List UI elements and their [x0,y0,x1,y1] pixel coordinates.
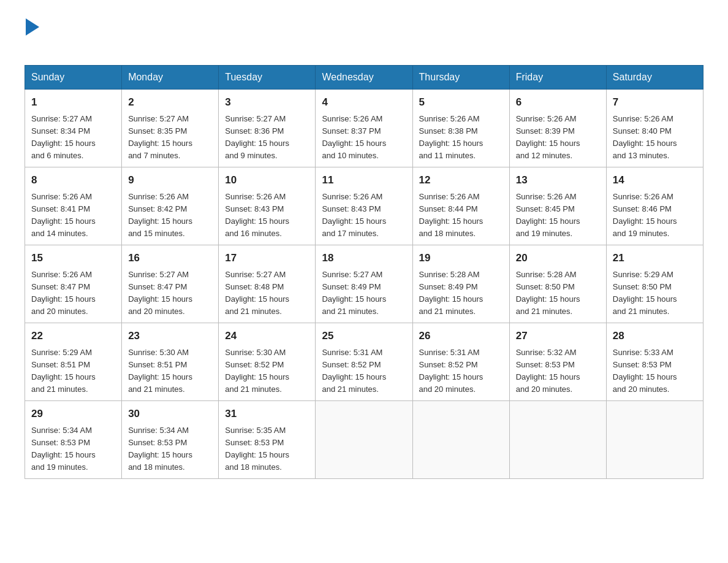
day-number: 3 [225,94,309,110]
day-info: Sunrise: 5:26 AMSunset: 8:43 PMDaylight:… [322,191,406,240]
day-info: Sunrise: 5:29 AMSunset: 8:51 PMDaylight:… [31,347,115,396]
day-number: 4 [322,94,406,110]
day-number: 7 [613,94,697,110]
calendar-cell: 16Sunrise: 5:27 AMSunset: 8:47 PMDayligh… [122,245,219,323]
calendar-cell: 20Sunrise: 5:28 AMSunset: 8:50 PMDayligh… [509,245,606,323]
day-info: Sunrise: 5:26 AMSunset: 8:43 PMDaylight:… [225,191,309,240]
calendar-header-row: SundayMondayTuesdayWednesdayThursdayFrid… [25,66,703,90]
day-number: 10 [225,172,309,188]
calendar-cell: 10Sunrise: 5:26 AMSunset: 8:43 PMDayligh… [219,167,316,245]
header-monday: Monday [122,66,219,90]
calendar-cell: 30Sunrise: 5:34 AMSunset: 8:53 PMDayligh… [122,401,219,479]
day-info: Sunrise: 5:26 AMSunset: 8:46 PMDaylight:… [613,191,697,240]
day-info: Sunrise: 5:26 AMSunset: 8:42 PMDaylight:… [128,191,212,240]
calendar-cell: 19Sunrise: 5:28 AMSunset: 8:49 PMDayligh… [412,245,509,323]
calendar-cell: 5Sunrise: 5:26 AMSunset: 8:38 PMDaylight… [412,90,509,167]
day-number: 17 [225,250,309,266]
day-info: Sunrise: 5:26 AMSunset: 8:37 PMDaylight:… [322,113,406,163]
logo [25,18,39,53]
calendar-cell: 18Sunrise: 5:27 AMSunset: 8:49 PMDayligh… [316,245,412,323]
calendar-cell: 8Sunrise: 5:26 AMSunset: 8:41 PMDaylight… [25,167,122,245]
day-info: Sunrise: 5:26 AMSunset: 8:44 PMDaylight:… [419,191,503,240]
calendar-cell: 13Sunrise: 5:26 AMSunset: 8:45 PMDayligh… [509,167,606,245]
day-info: Sunrise: 5:26 AMSunset: 8:40 PMDaylight:… [613,113,697,163]
calendar-cell: 11Sunrise: 5:26 AMSunset: 8:43 PMDayligh… [316,167,412,245]
day-number: 30 [128,406,212,422]
calendar-week-row: 8Sunrise: 5:26 AMSunset: 8:41 PMDaylight… [25,167,703,245]
day-number: 9 [128,172,212,188]
day-info: Sunrise: 5:26 AMSunset: 8:38 PMDaylight:… [419,113,503,163]
calendar-cell: 7Sunrise: 5:26 AMSunset: 8:40 PMDaylight… [606,90,703,167]
calendar-cell: 24Sunrise: 5:30 AMSunset: 8:52 PMDayligh… [219,323,316,401]
calendar-cell: 2Sunrise: 5:27 AMSunset: 8:35 PMDaylight… [122,90,219,167]
calendar-cell: 14Sunrise: 5:26 AMSunset: 8:46 PMDayligh… [606,167,703,245]
day-number: 25 [322,328,406,344]
day-info: Sunrise: 5:27 AMSunset: 8:48 PMDaylight:… [225,269,309,318]
calendar-week-row: 15Sunrise: 5:26 AMSunset: 8:47 PMDayligh… [25,245,703,323]
day-info: Sunrise: 5:27 AMSunset: 8:36 PMDaylight:… [225,113,309,163]
day-number: 26 [419,328,503,344]
calendar-cell: 23Sunrise: 5:30 AMSunset: 8:51 PMDayligh… [122,323,219,401]
day-number: 8 [31,172,115,188]
day-info: Sunrise: 5:35 AMSunset: 8:53 PMDaylight:… [225,424,309,474]
calendar-cell: 6Sunrise: 5:26 AMSunset: 8:39 PMDaylight… [509,90,606,167]
day-info: Sunrise: 5:26 AMSunset: 8:41 PMDaylight:… [31,191,115,240]
calendar-cell: 26Sunrise: 5:31 AMSunset: 8:52 PMDayligh… [412,323,509,401]
day-info: Sunrise: 5:34 AMSunset: 8:53 PMDaylight:… [31,424,115,474]
day-number: 11 [322,172,406,188]
day-number: 19 [419,250,503,266]
calendar-cell: 22Sunrise: 5:29 AMSunset: 8:51 PMDayligh… [25,323,122,401]
day-info: Sunrise: 5:27 AMSunset: 8:35 PMDaylight:… [128,113,212,163]
calendar-cell: 15Sunrise: 5:26 AMSunset: 8:47 PMDayligh… [25,245,122,323]
calendar-cell: 12Sunrise: 5:26 AMSunset: 8:44 PMDayligh… [412,167,509,245]
calendar-cell [316,401,412,479]
calendar-cell [509,401,606,479]
day-info: Sunrise: 5:29 AMSunset: 8:50 PMDaylight:… [613,269,697,318]
day-number: 22 [31,328,115,344]
calendar-cell: 25Sunrise: 5:31 AMSunset: 8:52 PMDayligh… [316,323,412,401]
day-number: 1 [31,94,115,110]
calendar-week-row: 29Sunrise: 5:34 AMSunset: 8:53 PMDayligh… [25,401,703,479]
header-wednesday: Wednesday [316,66,412,90]
calendar-cell: 31Sunrise: 5:35 AMSunset: 8:53 PMDayligh… [219,401,316,479]
day-number: 12 [419,172,503,188]
day-number: 23 [128,328,212,344]
calendar-cell [606,401,703,479]
day-number: 16 [128,250,212,266]
day-info: Sunrise: 5:27 AMSunset: 8:34 PMDaylight:… [31,113,115,163]
day-info: Sunrise: 5:32 AMSunset: 8:53 PMDaylight:… [516,347,600,396]
calendar-table: SundayMondayTuesdayWednesdayThursdayFrid… [25,65,703,479]
day-number: 28 [613,328,697,344]
header-tuesday: Tuesday [219,66,316,90]
day-info: Sunrise: 5:27 AMSunset: 8:47 PMDaylight:… [128,269,212,318]
day-number: 5 [419,94,503,110]
calendar-cell: 1Sunrise: 5:27 AMSunset: 8:34 PMDaylight… [25,90,122,167]
day-info: Sunrise: 5:28 AMSunset: 8:50 PMDaylight:… [516,269,600,318]
calendar-cell: 3Sunrise: 5:27 AMSunset: 8:36 PMDaylight… [219,90,316,167]
day-number: 15 [31,250,115,266]
day-info: Sunrise: 5:30 AMSunset: 8:52 PMDaylight:… [225,347,309,396]
day-number: 21 [613,250,697,266]
calendar-cell: 29Sunrise: 5:34 AMSunset: 8:53 PMDayligh… [25,401,122,479]
day-number: 14 [613,172,697,188]
day-info: Sunrise: 5:30 AMSunset: 8:51 PMDaylight:… [128,347,212,396]
day-number: 6 [516,94,600,110]
day-info: Sunrise: 5:28 AMSunset: 8:49 PMDaylight:… [419,269,503,318]
day-info: Sunrise: 5:26 AMSunset: 8:45 PMDaylight:… [516,191,600,240]
calendar-cell: 9Sunrise: 5:26 AMSunset: 8:42 PMDaylight… [122,167,219,245]
calendar-week-row: 22Sunrise: 5:29 AMSunset: 8:51 PMDayligh… [25,323,703,401]
calendar-cell: 17Sunrise: 5:27 AMSunset: 8:48 PMDayligh… [219,245,316,323]
day-number: 18 [322,250,406,266]
day-number: 20 [516,250,600,266]
header-saturday: Saturday [606,66,703,90]
day-number: 24 [225,328,309,344]
day-number: 31 [225,406,309,422]
calendar-week-row: 1Sunrise: 5:27 AMSunset: 8:34 PMDaylight… [25,90,703,167]
header-thursday: Thursday [412,66,509,90]
page-header [25,18,703,53]
day-info: Sunrise: 5:26 AMSunset: 8:47 PMDaylight:… [31,269,115,318]
day-number: 13 [516,172,600,188]
day-info: Sunrise: 5:26 AMSunset: 8:39 PMDaylight:… [516,113,600,163]
day-info: Sunrise: 5:27 AMSunset: 8:49 PMDaylight:… [322,269,406,318]
day-info: Sunrise: 5:31 AMSunset: 8:52 PMDaylight:… [419,347,503,396]
